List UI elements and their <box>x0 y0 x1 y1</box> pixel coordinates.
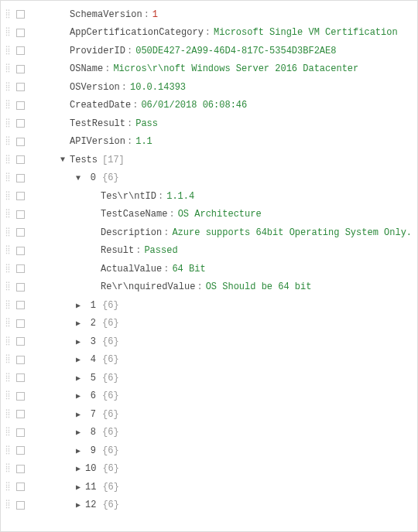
colon-icon: : <box>127 136 132 147</box>
drag-handle-icon[interactable]: ∷∷ <box>5 301 13 310</box>
expand-toggle-icon[interactable]: ▼ <box>73 174 84 182</box>
colon-icon: : <box>104 63 110 74</box>
expand-toggle-icon[interactable]: ▶ <box>73 464 84 473</box>
json-key: AppCertificationCategory <box>70 27 204 38</box>
row-checkbox[interactable] <box>16 428 25 437</box>
tree-row-test-9: ∷∷▶9{6} <box>2 442 416 460</box>
row-checkbox[interactable] <box>16 465 25 473</box>
drag-handle-icon[interactable]: ∷∷ <box>5 391 13 401</box>
tree-row: ∷∷ Re\r\nquiredValue : OS Should be 64 b… <box>2 278 416 297</box>
drag-handle-icon[interactable]: ∷∷ <box>5 137 13 146</box>
tree-row: ∷∷ SchemaVersion : 1 <box>2 5 416 24</box>
json-key: OSName <box>70 63 103 74</box>
expand-toggle-icon[interactable]: ▶ <box>73 428 84 437</box>
array-index: 7 <box>85 409 96 420</box>
row-checkbox[interactable] <box>16 446 25 455</box>
expand-toggle-icon[interactable]: ▶ <box>73 500 84 510</box>
row-checkbox[interactable] <box>16 10 25 19</box>
row-checkbox[interactable] <box>16 155 25 164</box>
drag-handle-icon[interactable]: ∷∷ <box>5 319 13 328</box>
drag-handle-icon[interactable]: ∷∷ <box>5 210 13 219</box>
row-checkbox[interactable] <box>16 210 25 219</box>
expand-toggle-icon[interactable]: ▶ <box>73 391 84 401</box>
row-checkbox[interactable] <box>16 247 25 255</box>
drag-handle-icon[interactable]: ∷∷ <box>5 246 13 255</box>
row-checkbox[interactable] <box>16 46 25 55</box>
row-checkbox[interactable] <box>16 410 25 418</box>
drag-handle-icon[interactable]: ∷∷ <box>5 10 13 19</box>
json-key: ActualValue <box>101 264 162 275</box>
drag-handle-icon[interactable]: ∷∷ <box>5 83 13 92</box>
expand-toggle-icon[interactable]: ▶ <box>73 337 84 346</box>
tree-row: ∷∷ TestCaseName : OS Architecture <box>2 206 416 224</box>
row-checkbox[interactable] <box>16 483 25 491</box>
row-checkbox[interactable] <box>16 501 25 510</box>
drag-handle-icon[interactable]: ∷∷ <box>5 28 13 37</box>
drag-handle-icon[interactable]: ∷∷ <box>5 228 13 237</box>
tree-row: ∷∷ Description : Azure supports 64bit Op… <box>2 223 416 242</box>
expand-toggle-icon[interactable]: ▶ <box>73 373 84 383</box>
row-checkbox[interactable] <box>16 174 25 182</box>
row-checkbox[interactable] <box>16 101 25 110</box>
drag-handle-icon[interactable]: ∷∷ <box>5 337 13 346</box>
row-checkbox[interactable] <box>16 138 25 146</box>
expand-toggle-icon[interactable]: ▼ <box>57 155 68 164</box>
drag-handle-icon[interactable]: ∷∷ <box>5 64 13 73</box>
expand-toggle-icon[interactable]: ▶ <box>73 301 84 310</box>
tree-row-test-3: ∷∷▶3{6} <box>2 332 416 351</box>
row-checkbox[interactable] <box>16 356 25 364</box>
row-checkbox[interactable] <box>16 29 25 37</box>
row-checkbox[interactable] <box>16 264 25 273</box>
row-checkbox[interactable] <box>16 337 25 346</box>
row-checkbox[interactable] <box>16 392 25 401</box>
tree-row-tests: ∷∷ ▼ Tests [17] <box>2 151 416 169</box>
expand-toggle-icon[interactable]: ▶ <box>73 355 84 364</box>
row-checkbox[interactable] <box>16 373 25 382</box>
colon-icon: : <box>197 281 202 292</box>
tree-row: ∷∷ ProviderID : 050DE427-2A99-46D4-817C-… <box>2 42 416 60</box>
drag-handle-icon[interactable]: ∷∷ <box>5 282 13 292</box>
drag-handle-icon[interactable]: ∷∷ <box>5 264 13 274</box>
drag-handle-icon[interactable]: ∷∷ <box>5 155 13 165</box>
colon-icon: : <box>169 209 174 220</box>
row-checkbox[interactable] <box>16 192 25 200</box>
drag-handle-icon[interactable]: ∷∷ <box>5 464 13 473</box>
drag-handle-icon[interactable]: ∷∷ <box>5 173 13 182</box>
expand-toggle-icon[interactable]: ▶ <box>73 319 84 328</box>
expand-toggle-icon[interactable]: ▶ <box>73 446 84 455</box>
drag-handle-icon[interactable]: ∷∷ <box>5 410 13 419</box>
expand-toggle-icon[interactable]: ▶ <box>73 410 84 419</box>
array-index: 2 <box>85 318 96 329</box>
tree-row: ∷∷ TestResult : Pass <box>2 114 416 133</box>
json-value: 06/01/2018 06:08:46 <box>141 100 247 111</box>
object-summary: {6} <box>102 427 119 438</box>
row-checkbox[interactable] <box>16 301 25 309</box>
row-checkbox[interactable] <box>16 283 25 292</box>
drag-handle-icon[interactable]: ∷∷ <box>5 101 13 110</box>
tree-row: ∷∷ OSVersion : 10.0.14393 <box>2 78 416 97</box>
object-summary: {6} <box>102 463 119 474</box>
row-checkbox[interactable] <box>16 228 25 237</box>
expand-toggle-icon[interactable]: ▶ <box>73 483 84 492</box>
row-checkbox[interactable] <box>16 83 25 91</box>
row-checkbox[interactable] <box>16 319 25 328</box>
object-summary: {6} <box>102 445 119 456</box>
row-checkbox[interactable] <box>16 119 25 128</box>
drag-handle-icon[interactable]: ∷∷ <box>5 500 13 510</box>
object-summary: {6} <box>102 409 119 420</box>
drag-handle-icon[interactable]: ∷∷ <box>5 483 13 492</box>
json-key: ProviderID <box>70 46 125 56</box>
json-key: SchemaVersion <box>70 9 142 20</box>
array-count: [17] <box>102 155 125 165</box>
drag-handle-icon[interactable]: ∷∷ <box>5 119 13 128</box>
row-checkbox[interactable] <box>16 65 25 73</box>
tree-row: ∷∷ OSName : Micros\r\noft Windows Server… <box>2 60 416 79</box>
drag-handle-icon[interactable]: ∷∷ <box>5 373 13 383</box>
drag-handle-icon[interactable]: ∷∷ <box>5 428 13 437</box>
drag-handle-icon[interactable]: ∷∷ <box>5 192 13 201</box>
colon-icon: : <box>132 100 138 111</box>
tree-row-test-0: ∷∷ ▼ 0 {6} <box>2 169 416 188</box>
drag-handle-icon[interactable]: ∷∷ <box>5 446 13 455</box>
drag-handle-icon[interactable]: ∷∷ <box>5 46 13 56</box>
drag-handle-icon[interactable]: ∷∷ <box>5 355 13 364</box>
